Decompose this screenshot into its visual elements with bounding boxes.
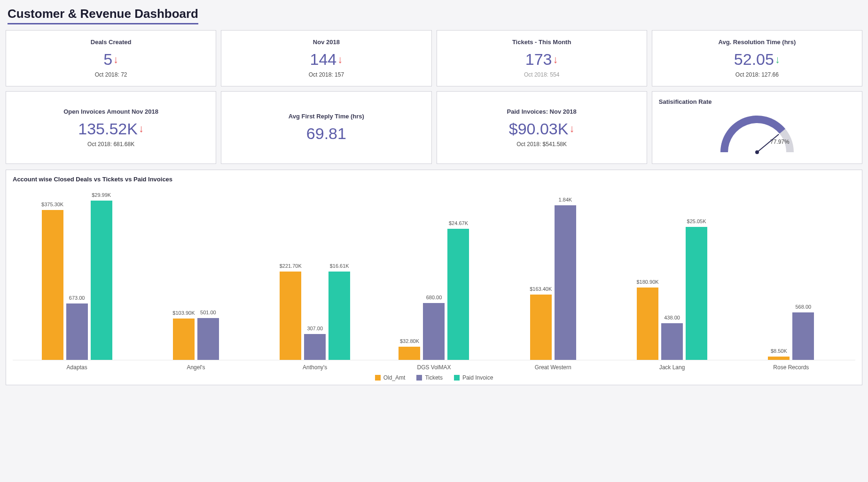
x-axis-label: Adaptas [17, 364, 136, 371]
page-title: Customer & Revenue Dashboard [8, 7, 198, 24]
bar-group: $375.30K673.00$29.99K [17, 187, 136, 360]
kpi-title: Deals Created [91, 39, 132, 46]
legend-label: Tickets [425, 374, 443, 381]
svg-point-1 [755, 150, 759, 154]
bar-oldamt[interactable]: $375.30K [42, 210, 63, 360]
kpi-subtext: Oct 2018: 72 [95, 71, 127, 78]
kpi-title: Paid Invoices: Nov 2018 [507, 108, 577, 115]
bar-value-label: 501.00 [200, 310, 216, 315]
gauge-card: Satisification Rate 77.97% [652, 91, 862, 164]
kpi-value: 135.52K [78, 120, 138, 138]
arrow-down-red-icon: ↓ [139, 123, 144, 135]
bar-paidinvoice[interactable]: $24.67K [447, 229, 469, 360]
kpi-value: $90.03K [509, 120, 569, 138]
bar-tickets[interactable]: 501.00 [197, 318, 219, 360]
bar-value-label: $103.90K [172, 310, 195, 316]
bar-group: $103.90K501.00 [136, 187, 255, 360]
kpi-card: Avg. Resolution Time (hrs)52.05↓Oct 2018… [652, 30, 862, 86]
kpi-title: Nov 2018 [313, 39, 340, 46]
bar-value-label: $221.70K [280, 263, 302, 269]
kpi-subtext: Oct 2018: $541.58K [516, 141, 567, 148]
bar-tickets[interactable]: 307.00 [304, 334, 326, 360]
kpi-card: Avg First Reply Time (hrs)69.81 [221, 91, 431, 164]
gauge-icon: 77.97% [710, 110, 804, 157]
bar-value-label: 673.00 [69, 295, 85, 301]
bar-paidinvoice[interactable]: $25.05K [686, 227, 707, 360]
gauge-title: Satisification Rate [659, 98, 712, 105]
bar-group: $8.50K568.00 [732, 187, 851, 360]
chart-legend: Old_AmtTicketsPaid Invoice [13, 374, 855, 381]
bar-value-label: $180.90K [636, 279, 658, 285]
kpi-value: 52.05 [734, 50, 774, 69]
bar-tickets[interactable]: 673.00 [66, 303, 88, 360]
chart-title: Account wise Closed Deals vs Tickets vs … [13, 176, 855, 183]
bar-oldamt[interactable]: $180.90K [637, 288, 658, 360]
bar-value-label: 680.00 [426, 295, 442, 300]
kpi-title: Avg. Resolution Time (hrs) [719, 39, 796, 46]
arrow-down-red-icon: ↓ [553, 54, 558, 66]
legend-label: Old_Amt [383, 374, 406, 381]
bar-oldamt[interactable]: $221.70K [280, 272, 301, 360]
arrow-down-green-icon: ↓ [775, 54, 780, 66]
kpi-value: 69.81 [306, 124, 346, 143]
kpi-grid: Deals Created5↓Oct 2018: 72Nov 2018144↓O… [3, 25, 865, 164]
x-axis-label: Rose Records [732, 364, 851, 371]
kpi-subtext: Oct 2018: 127.66 [735, 71, 779, 78]
x-axis-label: DGS VolMAX [375, 364, 493, 371]
bar-value-label: $163.40K [530, 286, 552, 292]
bar-value-label: 568.00 [796, 304, 812, 310]
kpi-subtext: Oct 2018: 554 [524, 71, 559, 78]
kpi-card: Paid Invoices: Nov 2018$90.03K↓Oct 2018:… [437, 91, 647, 164]
legend-item[interactable]: Tickets [416, 374, 443, 381]
bar-group: $163.40K1.84K [493, 187, 612, 360]
bar-oldamt[interactable]: $163.40K [530, 295, 552, 360]
kpi-card: Tickets - This Month173↓Oct 2018: 554 [437, 30, 647, 86]
bar-value-label: $16.61K [330, 263, 349, 269]
x-axis-label: Great Western [493, 364, 612, 371]
arrow-down-red-icon: ↓ [337, 54, 343, 66]
bar-paidinvoice[interactable]: $29.99K [91, 201, 112, 360]
legend-swatch-icon [375, 375, 381, 381]
bar-value-label: $375.30K [41, 202, 63, 207]
x-axis-label: Jack Lang [612, 364, 731, 371]
bar-value-label: $29.99K [92, 192, 111, 198]
bar-tickets[interactable]: 680.00 [423, 303, 445, 360]
bar-oldamt[interactable]: $103.90K [173, 319, 195, 360]
legend-item[interactable]: Paid Invoice [454, 374, 493, 381]
bar-paidinvoice[interactable]: $16.61K [328, 272, 350, 360]
kpi-card: Open Invoices Amount Nov 2018135.52K↓Oct… [6, 91, 216, 164]
bar-value-label: $24.67K [449, 220, 468, 226]
kpi-subtext: Oct 2018: 157 [309, 71, 344, 78]
kpi-title: Open Invoices Amount Nov 2018 [63, 108, 158, 115]
chart-area: $375.30K673.00$29.99K$103.90K501.00$221.… [13, 187, 855, 360]
bar-value-label: 1.84K [558, 197, 572, 202]
legend-swatch-icon [416, 375, 422, 381]
kpi-value: 144 [310, 50, 337, 69]
bar-tickets[interactable]: 438.00 [661, 323, 683, 360]
kpi-value: 5 [103, 50, 112, 69]
legend-item[interactable]: Old_Amt [375, 374, 406, 381]
bar-group: $180.90K438.00$25.05K [612, 187, 731, 360]
kpi-value: 173 [525, 50, 552, 69]
bar-value-label: 438.00 [664, 315, 680, 320]
bar-oldamt[interactable]: $32.80K [399, 347, 420, 360]
kpi-card: Nov 2018144↓Oct 2018: 157 [221, 30, 431, 86]
bar-value-label: $32.80K [400, 338, 419, 344]
bar-oldamt[interactable]: $8.50K [768, 357, 790, 360]
legend-label: Paid Invoice [462, 374, 493, 381]
chart-x-axis: AdaptasAngel'sAnthony'sDGS VolMAXGreat W… [13, 360, 855, 371]
arrow-down-red-icon: ↓ [569, 123, 574, 135]
kpi-subtext: Oct 2018: 681.68K [87, 141, 134, 148]
kpi-title: Tickets - This Month [512, 39, 571, 46]
bar-value-label: $8.50K [771, 348, 787, 354]
bar-tickets[interactable]: 1.84K [555, 205, 576, 360]
arrow-down-red-icon: ↓ [113, 54, 118, 66]
chart-panel: Account wise Closed Deals vs Tickets vs … [6, 170, 862, 385]
bar-value-label: 307.00 [307, 326, 323, 331]
bar-value-label: $25.05K [687, 218, 706, 224]
x-axis-label: Angel's [136, 364, 255, 371]
kpi-title: Avg First Reply Time (hrs) [289, 113, 364, 120]
bar-tickets[interactable]: 568.00 [792, 312, 814, 360]
bar-group: $32.80K680.00$24.67K [375, 187, 493, 360]
kpi-card: Deals Created5↓Oct 2018: 72 [6, 30, 216, 86]
